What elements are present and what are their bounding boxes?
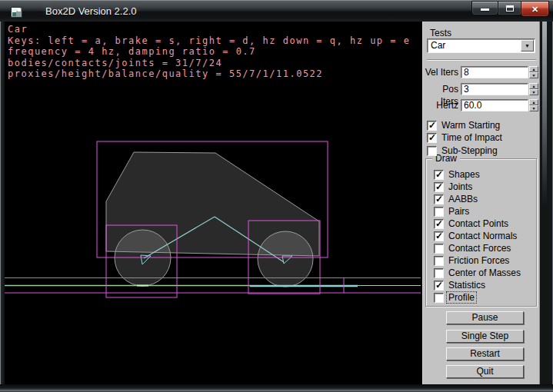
vel-iters-value: 8 [464, 68, 469, 78]
checkbox-joints[interactable]: ✓ [434, 182, 444, 192]
checkbox-label-statistics[interactable]: Statistics [448, 280, 485, 291]
checkbox-label-time-of-impact[interactable]: Time of Impact [441, 132, 502, 143]
hertz-spinner: ▲▼ [529, 99, 538, 111]
vel-iters-spinner-down-icon[interactable]: ▼ [529, 72, 538, 78]
checkbox-profile[interactable] [434, 293, 444, 303]
checkbox-warm-starting[interactable]: ✓ [427, 121, 437, 131]
checkbox-label-shapes[interactable]: Shapes [448, 169, 480, 180]
app-icon [11, 7, 22, 18]
checkbox-label-sub-stepping[interactable]: Sub-Stepping [441, 145, 498, 156]
checkbox-label-pairs[interactable]: Pairs [448, 206, 469, 217]
hertz-input[interactable]: 60.0 [461, 99, 528, 111]
hertz-spinner-up-icon[interactable]: ▲ [529, 99, 538, 105]
check-icon: ✓ [435, 181, 443, 192]
chevron-down-icon[interactable]: ▼ [521, 40, 534, 51]
check-icon: ✓ [435, 231, 443, 241]
maximize-icon [506, 5, 514, 12]
checkbox-sub-stepping[interactable] [427, 146, 437, 156]
pos-iters-spinner: ▲▼ [529, 83, 538, 95]
check-icon: ✓ [435, 169, 443, 180]
checkbox-label-joints[interactable]: Joints [448, 181, 472, 192]
checkbox-label-profile[interactable]: Profile [447, 292, 476, 303]
vel-iters-label: Vel Iters [423, 66, 458, 78]
pos-iters-spinner-down-icon[interactable]: ▼ [529, 89, 538, 95]
checkbox-label-contact-normals[interactable]: Contact Normals [448, 231, 517, 241]
close-button[interactable]: ✕ [521, 1, 549, 17]
single-step-button[interactable]: Single Step [446, 330, 524, 343]
hertz-value: 60.0 [464, 101, 481, 111]
tests-dropdown-value: Car [431, 40, 445, 51]
pos-iters-value: 3 [464, 85, 469, 95]
vel-iters-spinner: ▲▼ [529, 66, 538, 78]
checkbox-label-center-of-masses[interactable]: Center of Masses [448, 267, 521, 278]
info-line-0: Car [8, 24, 28, 35]
checkbox-shapes[interactable]: ✓ [434, 170, 444, 180]
tests-label: Tests [430, 28, 451, 38]
vel-iters-spinner-up-icon[interactable]: ▲ [529, 66, 538, 72]
info-line-1: Keys: left = a, brake = s, right = d, hz… [8, 35, 410, 46]
checkbox-statistics[interactable]: ✓ [434, 281, 444, 291]
minimize-button[interactable] [471, 1, 498, 15]
check-icon: ✓ [435, 194, 443, 204]
vel-iters-input[interactable]: 8 [461, 66, 528, 78]
checkbox-time-of-impact[interactable]: ✓ [427, 133, 437, 143]
window-frame-right [540, 22, 553, 384]
checkbox-label-aabbs[interactable]: AABBs [448, 194, 478, 204]
separator [427, 59, 536, 61]
check-icon: ✓ [428, 120, 436, 131]
checkbox-label-contact-points[interactable]: Contact Points [448, 218, 508, 229]
hertz-spinner-down-icon[interactable]: ▼ [529, 105, 538, 111]
info-line-4: proxies/height/balance/quality = 55/7/1/… [8, 68, 323, 79]
window-frame-bottom [0, 384, 553, 392]
tests-dropdown[interactable]: Car ▼ [427, 38, 535, 53]
check-icon: ✓ [435, 218, 443, 229]
checkbox-friction-forces[interactable] [434, 256, 444, 266]
checkbox-label-warm-starting[interactable]: Warm Starting [441, 120, 500, 131]
checkbox-label-contact-forces[interactable]: Contact Forces [448, 243, 511, 254]
checkbox-aabbs[interactable]: ✓ [434, 194, 444, 204]
pos-iters-spinner-up-icon[interactable]: ▲ [529, 83, 538, 89]
close-icon: ✕ [531, 5, 538, 14]
check-icon: ✓ [435, 280, 443, 291]
info-line-3: bodies/contacts/joints = 31/7/24 [8, 58, 222, 68]
check-icon: ✓ [428, 132, 436, 143]
maximize-button[interactable] [498, 1, 521, 15]
checkbox-contact-normals[interactable]: ✓ [434, 231, 444, 241]
titlebar[interactable]: Box2D Version 2.2.0 ✕ [0, 0, 553, 22]
minimize-icon [481, 8, 489, 11]
pos-iters-input[interactable]: 3 [461, 83, 528, 95]
checkbox-label-friction-forces[interactable]: Friction Forces [448, 255, 509, 266]
restart-button[interactable]: Restart [446, 347, 524, 360]
box2d-window: Box2D Version 2.2.0 ✕ CarKeys: left = a,… [0, 0, 553, 392]
pause-button[interactable]: Pause [446, 311, 524, 324]
quit-button[interactable]: Quit [446, 365, 524, 378]
simulation-canvas[interactable]: CarKeys: left = a, brake = s, right = d,… [5, 22, 422, 384]
info-line-2: frequency = 4 hz, damping ratio = 0.7 [8, 46, 256, 57]
checkbox-center-of-masses[interactable] [434, 268, 444, 278]
checkbox-contact-forces[interactable] [434, 244, 444, 254]
right-wheel [258, 231, 313, 287]
control-panel: Tests Car ▼ Draw Vel Iters8▲▼Pos Iters3▲… [422, 22, 540, 384]
checkbox-pairs[interactable] [434, 207, 444, 217]
checkbox-contact-points[interactable]: ✓ [434, 219, 444, 229]
hertz-label: Hertz [423, 99, 458, 111]
window-title: Box2D Version 2.2.0 [45, 1, 137, 22]
